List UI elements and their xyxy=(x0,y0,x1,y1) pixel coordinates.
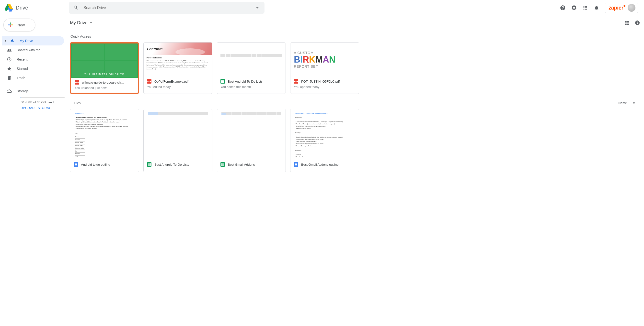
settings-gear-icon[interactable] xyxy=(571,5,577,11)
nav-my-drive[interactable]: My Drive xyxy=(2,36,64,45)
user-avatar[interactable] xyxy=(628,4,636,12)
files-section-title: Files xyxy=(74,101,80,105)
file-thumbnail: Spreadsheet The best Android to do list … xyxy=(70,109,139,158)
file-thumbnail xyxy=(217,109,286,158)
file-thumbnail: THE ULTIMATE GUIDE TO xyxy=(71,43,138,78)
plus-icon xyxy=(7,21,14,29)
file-thumbnail: A CUSTOM BIRKMAN REPORT SET xyxy=(290,42,359,77)
file-name: POT_JUSTIN_G5F9LC.pdf xyxy=(301,80,340,83)
search-input[interactable] xyxy=(84,6,255,10)
file-card[interactable]: Best Gmail Addons xyxy=(217,109,286,172)
pdf-icon: PDF xyxy=(75,80,79,85)
nav-label: Starred xyxy=(17,67,28,71)
nav-label: Recent xyxy=(17,57,28,61)
pdf-icon: PDF xyxy=(294,79,298,84)
nav-shared-with-me[interactable]: Shared with me xyxy=(2,45,64,55)
file-card[interactable]: Best Android To-Do Lists xyxy=(144,109,212,172)
file-card[interactable]: https://zapier.com/blog/best-gmail-add-o… xyxy=(290,109,359,172)
file-name: ultimate-guide-to-google-sh… xyxy=(82,81,124,84)
info-icon[interactable] xyxy=(635,20,640,25)
logo-area[interactable]: Drive xyxy=(4,3,69,13)
top-icons: zapier✱ xyxy=(560,3,638,13)
file-thumbnail xyxy=(217,42,286,77)
storage-used-text: 50.4 MB of 30 GB used xyxy=(20,100,64,104)
sort-label: Name xyxy=(618,101,627,105)
account-brand-button[interactable]: zapier✱ xyxy=(605,3,638,13)
thumb-body-text: This is an example of a user fillable PD… xyxy=(146,60,208,70)
nav-starred[interactable]: Starred xyxy=(2,64,64,73)
drive-logo-icon xyxy=(4,3,14,13)
thumb-line1: A CUSTOM xyxy=(294,51,314,55)
file-name: Best Gmail Addons outline xyxy=(301,163,338,166)
upgrade-storage-link[interactable]: UPGRADE STORAGE xyxy=(20,106,64,110)
trash-icon xyxy=(7,76,12,80)
sort-arrow-up-icon xyxy=(632,101,636,105)
file-subtitle: You opened today xyxy=(294,85,356,89)
apps-grid-icon[interactable] xyxy=(582,5,588,11)
file-subtitle: You uploaded just now xyxy=(75,86,134,90)
help-icon[interactable] xyxy=(560,5,566,11)
nav-recent[interactable]: Recent xyxy=(2,55,64,64)
breadcrumb-label: My Drive xyxy=(70,20,87,25)
quick-access-card[interactable]: Foersom PDF Form ExampleThis is an examp… xyxy=(144,42,212,94)
file-name: Best Android To-Do Lists xyxy=(228,80,262,83)
file-thumbnail: Foersom PDF Form ExampleThis is an examp… xyxy=(144,42,212,77)
file-name: Best Android To-Do Lists xyxy=(154,163,189,166)
thumb-line3: REPORT SET xyxy=(294,64,318,68)
files-grid: Spreadsheet The best Android to do list … xyxy=(70,109,640,172)
storage-bar xyxy=(20,97,64,98)
quick-access-card[interactable]: Best Android To-Do Lists You edited this… xyxy=(217,42,286,94)
breadcrumb[interactable]: My Drive xyxy=(70,20,93,25)
sort-control[interactable]: Name xyxy=(618,101,636,105)
search-icon[interactable] xyxy=(73,5,79,11)
top-bar: Drive zapier✱ xyxy=(0,0,644,16)
nav-storage[interactable]: Storage xyxy=(7,89,64,94)
docs-icon xyxy=(294,162,298,167)
new-button-label: New xyxy=(17,23,25,27)
clock-icon xyxy=(7,57,12,62)
thumb-line2: BIRKMAN xyxy=(294,55,336,64)
nav-label: Shared with me xyxy=(17,48,40,52)
drive-icon xyxy=(10,38,15,43)
file-card[interactable]: Spreadsheet The best Android to do list … xyxy=(70,109,139,172)
storage-label: Storage xyxy=(17,89,29,93)
sheets-icon xyxy=(220,79,225,84)
storage-section: Storage 50.4 MB of 30 GB used UPGRADE ST… xyxy=(2,88,64,110)
file-subtitle: You edited today xyxy=(147,85,209,89)
quick-access-card[interactable]: THE ULTIMATE GUIDE TO PDFultimate-guide-… xyxy=(70,42,139,94)
sidebar: New My Drive Shared with me Recent Starr… xyxy=(0,16,64,172)
search-box[interactable] xyxy=(69,2,264,14)
divider xyxy=(2,85,64,85)
expand-icon[interactable] xyxy=(4,39,7,42)
notifications-bell-icon[interactable] xyxy=(594,5,600,11)
nav-label: Trash xyxy=(17,76,25,80)
brand-label: zapier✱ xyxy=(608,5,625,11)
sheets-icon xyxy=(220,162,225,167)
people-icon xyxy=(7,48,12,52)
star-icon xyxy=(7,66,12,71)
dropdown-icon xyxy=(89,20,93,25)
quick-access-grid: THE ULTIMATE GUIDE TO PDFultimate-guide-… xyxy=(70,42,640,94)
file-thumbnail xyxy=(144,109,212,158)
file-name: Android to do outline xyxy=(81,163,110,166)
file-thumbnail: https://zapier.com/blog/best-gmail-add-o… xyxy=(290,109,359,158)
main-content: My Drive Quick Access THE ULTIMATE GUIDE… xyxy=(64,16,644,172)
quick-access-card[interactable]: A CUSTOM BIRKMAN REPORT SET PDFPOT_JUSTI… xyxy=(290,42,359,94)
cloud-icon xyxy=(7,89,12,94)
quick-access-title: Quick Access xyxy=(70,34,640,38)
app-name: Drive xyxy=(16,5,28,11)
files-header: Files Name xyxy=(74,101,636,105)
file-name: Best Gmail Addons xyxy=(228,163,255,166)
path-bar: My Drive xyxy=(70,16,640,29)
new-button[interactable]: New xyxy=(4,18,35,31)
file-subtitle: You edited this month xyxy=(220,85,282,89)
thumb-caption: THE ULTIMATE GUIDE TO xyxy=(84,73,124,76)
thumb-body-title: PDF Form Example xyxy=(146,57,209,59)
search-options-dropdown-icon[interactable] xyxy=(255,5,260,10)
pdf-icon: PDF xyxy=(147,79,152,84)
sheets-icon xyxy=(147,162,152,167)
nav-trash[interactable]: Trash xyxy=(2,73,64,83)
list-view-icon[interactable] xyxy=(624,20,630,25)
nav-label: My Drive xyxy=(20,39,33,43)
thumb-brand: Foersom xyxy=(147,47,162,51)
